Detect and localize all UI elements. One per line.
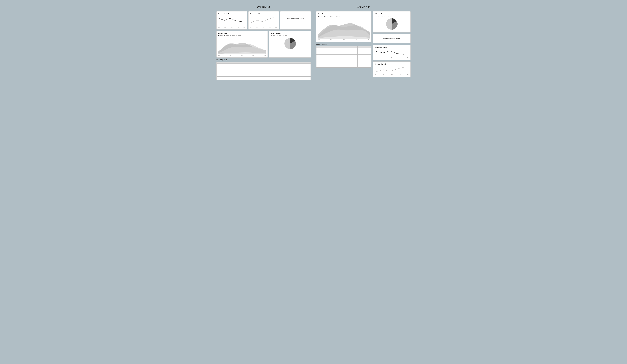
table-row: [217, 67, 311, 70]
vb-legend-2: Lorem: [324, 15, 328, 17]
va-commercial-sales-chart: [250, 15, 277, 26]
svg-point-2: [230, 18, 231, 19]
vb-th-3: [344, 46, 358, 48]
va-pie-chart: [271, 37, 309, 50]
va-recently-sold-card: [216, 62, 311, 80]
va-sales-by-type-legend: Lorem Lorem Lorem: [271, 35, 309, 36]
svg-point-8: [267, 19, 268, 20]
va-sales-by-type-card: Sales by Type Lorem Lorem Lorem: [269, 31, 311, 57]
table-row: [316, 51, 371, 54]
sbt-legend-2: Lorem: [277, 35, 281, 36]
sbt-dot-2: [277, 35, 277, 36]
vb-residential-sales-chart: [374, 49, 409, 57]
va-price-trends-title: Price Trends: [218, 33, 266, 34]
table-row: [316, 61, 371, 64]
svg-point-6: [257, 20, 257, 21]
va-price-trends-chart: [218, 37, 266, 54]
vb-monthly-new-clients-label: Monthly New Clients: [383, 38, 400, 40]
svg-point-1: [224, 20, 225, 21]
table-row: [316, 48, 371, 51]
sbt-dot-1: [271, 35, 271, 36]
vb-sbt-legend: Lorem Lorem Lorem: [374, 15, 409, 17]
va-monthly-new-clients-label: Monthly New Clients: [287, 17, 304, 20]
vb-left-col: Price Trends Lorem Lorem Lorem: [316, 11, 371, 77]
vb-price-trends-legend: Lorem Lorem Lorem Lorem: [318, 15, 370, 17]
vb-recently-sold-table: [316, 46, 371, 67]
vb-sales-by-type-title: Sales by Type: [374, 13, 409, 15]
va-commercial-sales-card: Commercial Sales Jan Feb Mar Apr: [248, 11, 279, 30]
vb-price-trends-x-labels: Jan Feb Mar Apr May: [318, 39, 370, 40]
vb-commercial-x-labels: Jan Feb Mar Apr May: [374, 74, 409, 75]
vb-legend-1: Lorem: [318, 15, 322, 17]
va-mid-row: Price Trends Lorem Lorem Lorem: [216, 31, 311, 57]
vb-main-grid: Price Trends Lorem Lorem Lorem: [316, 11, 411, 77]
vb-recently-sold-card: [316, 46, 371, 68]
th-3: [254, 62, 273, 64]
table-row: [316, 58, 371, 61]
vb-sales-by-type-card: Sales by Type Lorem Lorem Lorem: [373, 11, 411, 33]
vb-residential-sales-card: Residential Sales Jan Feb: [373, 45, 411, 60]
legend-dot-1: [218, 35, 219, 36]
va-monthly-new-clients-card: Monthly New Clients: [280, 11, 311, 30]
legend-item-3: Lorem: [230, 35, 235, 36]
vb-sbt-legend-2: Lorem: [381, 15, 385, 17]
legend-dot-4: [236, 35, 237, 36]
vb-price-trends-chart: [318, 17, 370, 39]
legend-item-4: Lorem: [236, 35, 241, 36]
legend-item-2: Lorem: [224, 35, 229, 36]
va-top-row: Residential Sales Jan Feb Mar Apr: [216, 11, 311, 30]
va-price-trends-legend: Lorem Lorem Lorem Lorem: [218, 35, 266, 36]
svg-point-19: [403, 67, 404, 67]
th-1: [217, 62, 235, 64]
svg-point-12: [390, 51, 390, 51]
vb-th-1: [316, 46, 330, 48]
va-price-trends-card: Price Trends Lorem Lorem Lorem: [216, 31, 268, 57]
vb-commercial-sales-card: Commercial Sales Jan Feb: [373, 61, 411, 77]
versions-container: Version A Residential Sales J: [4, 5, 623, 81]
svg-point-7: [262, 21, 262, 22]
vb-commercial-sales-title: Commercial Sales: [374, 63, 409, 65]
sbt-legend-3: Lorem: [283, 35, 287, 36]
version-a: Version A Residential Sales J: [216, 5, 311, 81]
va-recently-sold-section: Recently Sold: [216, 59, 311, 80]
va-residential-sales-title: Residential Sales: [218, 13, 245, 15]
vb-price-trends-card: Price Trends Lorem Lorem Lorem: [316, 11, 371, 42]
vb-recently-sold-section: Recently Sold: [316, 43, 371, 68]
vb-recently-sold-label: Recently Sold: [316, 43, 371, 45]
va-price-trends-x-labels: Jan Feb Mar Apr May: [218, 54, 266, 56]
sbt-dot-3: [283, 35, 284, 36]
legend-dot-3: [230, 35, 231, 36]
table-row: [316, 64, 371, 67]
vb-th-2: [330, 46, 344, 48]
table-row: [217, 77, 311, 80]
vb-monthly-new-clients-card: Monthly New Clients: [373, 34, 411, 43]
table-row: [217, 64, 311, 67]
vb-legend-4: Lorem: [336, 15, 340, 17]
table-row: [316, 54, 371, 58]
svg-point-13: [396, 53, 397, 54]
svg-point-14: [403, 54, 404, 54]
vb-table-header-row: [316, 46, 371, 48]
vb-price-trends-title: Price Trends: [318, 13, 370, 15]
th-2: [235, 62, 254, 64]
table-row: [217, 70, 311, 73]
va-commercial-sales-title: Commercial Sales: [250, 13, 277, 15]
svg-point-11: [383, 52, 383, 53]
legend-item-1: Lorem: [218, 35, 223, 36]
vb-right-col: Sales by Type Lorem Lorem Lorem: [373, 11, 411, 77]
svg-point-0: [219, 18, 220, 19]
svg-point-9: [273, 17, 273, 18]
sbt-legend-1: Lorem: [271, 35, 275, 36]
va-recently-sold-label: Recently Sold: [216, 59, 311, 61]
svg-point-3: [235, 20, 236, 21]
th-5: [292, 62, 311, 64]
vb-commercial-sales-chart: [374, 66, 409, 74]
va-residential-sales-chart: [218, 15, 245, 26]
version-b-title: Version B: [316, 5, 411, 9]
va-recently-sold-table: [216, 62, 311, 80]
va-monthly-new-clients-empty: Monthly New Clients: [282, 13, 309, 24]
svg-point-15: [376, 71, 377, 72]
svg-point-17: [390, 71, 390, 72]
svg-point-16: [383, 69, 383, 70]
va-commercial-x-labels: Jan Feb Mar Apr May: [250, 27, 277, 28]
